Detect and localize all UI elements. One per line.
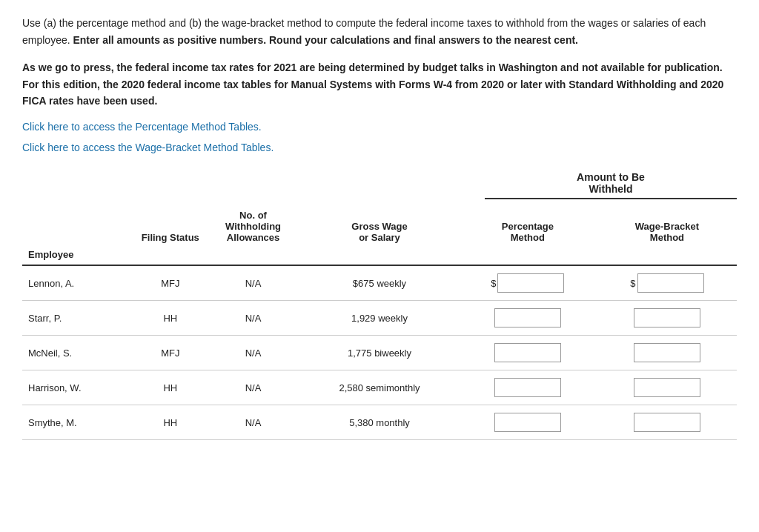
wage-bracket-link[interactable]: Click here to access the Wage-Bracket Me… — [22, 142, 737, 153]
employee-name: Smythe, M. — [22, 405, 136, 440]
wage-bracket-input[interactable] — [637, 273, 704, 293]
filing-status: MFJ — [136, 336, 205, 370]
withholding-allowances: N/A — [205, 265, 301, 301]
table-row: Lennon, A.MFJN/A$675 weekly$$ — [22, 265, 737, 301]
wage-bracket-cell — [597, 301, 737, 336]
table-row: Starr, P.HHN/A1,929 weekly — [22, 301, 737, 336]
col-employee-label: Employee — [22, 246, 136, 265]
amount-header-divider — [485, 198, 737, 199]
bold-instructions: Enter all amounts as positive numbers. R… — [73, 34, 578, 46]
withholding-allowances: N/A — [205, 405, 301, 440]
gross-wage: $675 weekly — [301, 265, 458, 301]
col-filing-header: Filing Status — [136, 207, 205, 246]
percentage-method-cell — [458, 301, 597, 336]
intro-paragraph-2: As we go to press, the federal income ta… — [22, 59, 737, 109]
percentage-method-input[interactable] — [494, 308, 561, 327]
wage-bracket-cell — [597, 405, 737, 440]
percentage-method-input[interactable] — [494, 378, 561, 397]
gross-wage: 1,929 weekly — [301, 301, 458, 336]
gross-wage: 1,775 biweekly — [301, 336, 458, 370]
wage-bracket-cell — [597, 336, 737, 370]
percentage-method-cell — [458, 370, 597, 405]
percentage-method-cell — [458, 405, 597, 440]
amount-to-be-withheld-header: Amount to Be Withheld — [485, 171, 737, 195]
col-withholding-label — [205, 246, 301, 265]
percentage-method-input[interactable] — [497, 273, 564, 293]
col-wb-label — [597, 246, 737, 265]
col-employee-header — [22, 207, 136, 246]
wage-bracket-cell — [597, 370, 737, 405]
intro-paragraph-1: Use (a) the percentage method and (b) th… — [22, 15, 737, 49]
table-body: Lennon, A.MFJN/A$675 weekly$$Starr, P.HH… — [22, 265, 737, 440]
col-gross-header: Gross Wageor Salary — [301, 207, 458, 246]
percentage-method-cell — [458, 336, 597, 370]
col-wage-bracket-header: Wage-BracketMethod — [597, 207, 737, 246]
percentage-method-cell: $ — [458, 265, 597, 301]
employee-name: Starr, P. — [22, 301, 136, 336]
wage-bracket-input[interactable] — [634, 308, 700, 327]
dollar-prefix-wb: $ — [630, 278, 635, 289]
table-section: Amount to Be Withheld Filing Status No. … — [22, 171, 737, 440]
employee-name: Harrison, W. — [22, 370, 136, 405]
percentage-method-input[interactable] — [494, 343, 561, 362]
filing-status: HH — [136, 301, 205, 336]
table-row: McNeil, S.MFJN/A1,775 biweekly — [22, 336, 737, 370]
employee-name: McNeil, S. — [22, 336, 136, 370]
col-withholding-header: No. ofWithholdingAllowances — [205, 207, 301, 246]
filing-status: HH — [136, 405, 205, 440]
col-filing-label — [136, 246, 205, 265]
table-header-row-top: Filing Status No. ofWithholdingAllowance… — [22, 207, 737, 246]
table-row: Smythe, M.HHN/A5,380 monthly — [22, 405, 737, 440]
col-pct-label — [458, 246, 597, 265]
gross-wage: 5,380 monthly — [301, 405, 458, 440]
gross-wage: 2,580 semimonthly — [301, 370, 458, 405]
employees-table: Filing Status No. ofWithholdingAllowance… — [22, 207, 737, 440]
withholding-allowances: N/A — [205, 336, 301, 370]
col-gross-label — [301, 246, 458, 265]
percentage-method-input[interactable] — [494, 413, 561, 432]
percentage-method-link[interactable]: Click here to access the Percentage Meth… — [22, 121, 737, 133]
wage-bracket-input[interactable] — [634, 413, 700, 432]
wage-bracket-cell: $ — [597, 265, 737, 301]
filing-status: MFJ — [136, 265, 205, 301]
wage-bracket-input[interactable] — [634, 343, 700, 362]
dollar-prefix-pct: $ — [491, 278, 496, 289]
employee-name: Lennon, A. — [22, 265, 136, 301]
filing-status: HH — [136, 370, 205, 405]
col-percentage-header: PercentageMethod — [458, 207, 597, 246]
withholding-allowances: N/A — [205, 301, 301, 336]
table-row: Harrison, W.HHN/A2,580 semimonthly — [22, 370, 737, 405]
table-header-row-bottom: Employee — [22, 246, 737, 265]
wage-bracket-input[interactable] — [634, 378, 700, 397]
withholding-allowances: N/A — [205, 370, 301, 405]
